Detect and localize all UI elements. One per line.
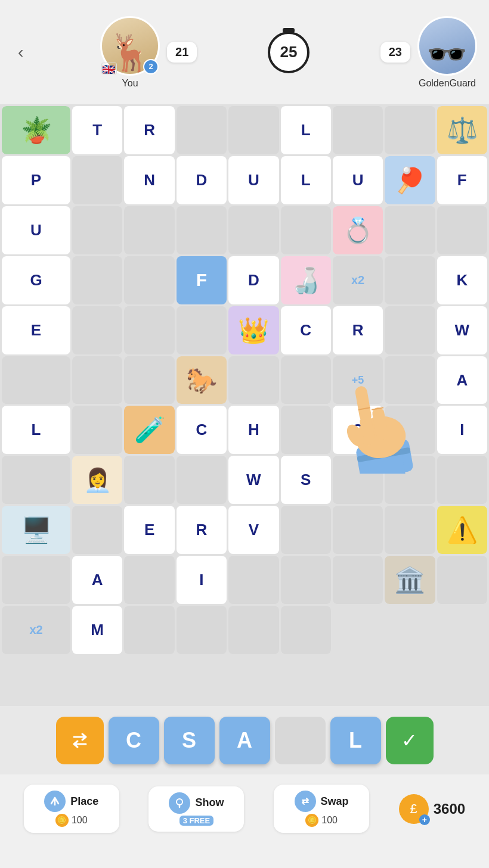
cell-3-8[interactable]: [281, 206, 331, 254]
clue-image-9: 👩‍💼: [72, 456, 122, 504]
cell-12-8[interactable]: [281, 606, 331, 654]
cell-10-2[interactable]: [72, 506, 122, 554]
cell-6-5[interactable]: W: [437, 306, 487, 354]
cell-9-7[interactable]: [385, 456, 435, 504]
cell-5-7[interactable]: [124, 306, 174, 354]
cell-3-7[interactable]: [228, 206, 278, 254]
cell-7-2[interactable]: [228, 356, 278, 405]
tray-slot-empty[interactable]: [275, 717, 326, 764]
cell-5-3[interactable]: [385, 256, 435, 304]
cell-8-5[interactable]: O: [333, 406, 383, 454]
cell-1-5[interactable]: [228, 106, 278, 154]
confirm-button[interactable]: ✓: [386, 717, 434, 764]
cell-4-4[interactable]: G: [2, 256, 70, 304]
cell-11-5[interactable]: I: [177, 556, 227, 604]
cell-8-8[interactable]: [2, 456, 70, 504]
cell-1-6[interactable]: L: [281, 106, 331, 154]
cell-2-4[interactable]: N: [124, 156, 174, 204]
avatar-you: 🦌 🇬🇧 2: [100, 16, 160, 76]
cell-12-2[interactable]: [437, 556, 487, 604]
cell-4-3[interactable]: [437, 206, 487, 254]
cell-11-7[interactable]: [281, 556, 331, 604]
cell-10-5[interactable]: V: [228, 506, 278, 554]
cell-3-3[interactable]: U: [2, 206, 70, 254]
cell-10-6[interactable]: [281, 506, 331, 554]
cell-2-6[interactable]: U: [228, 156, 278, 204]
cell-5-8[interactable]: [177, 306, 227, 354]
cell-7-6[interactable]: A: [437, 356, 487, 405]
cell-8-3[interactable]: H: [228, 406, 278, 454]
cell-3-4[interactable]: [72, 206, 122, 254]
cell-8-6[interactable]: [385, 406, 435, 454]
add-coins-button[interactable]: +: [419, 814, 430, 825]
cell-7-5[interactable]: [385, 356, 435, 405]
cell-9-5[interactable]: S: [281, 456, 331, 504]
cell-6-8[interactable]: [124, 356, 174, 405]
cell-8-7[interactable]: I: [437, 406, 487, 454]
cell-9-2[interactable]: [124, 456, 174, 504]
cell-4-5[interactable]: [72, 256, 122, 304]
cell-7-3[interactable]: [281, 356, 331, 405]
coin-total-icon[interactable]: £ +: [399, 794, 429, 824]
swap-button[interactable]: Swap 🪙 100: [274, 785, 369, 833]
score-opponent: 23: [380, 42, 410, 63]
cell-9-8[interactable]: [437, 456, 487, 504]
cell-1-7[interactable]: [333, 106, 383, 154]
cell-10-4[interactable]: R: [177, 506, 227, 554]
tray-letter-s[interactable]: S: [164, 717, 215, 764]
cell-10-7[interactable]: [333, 506, 383, 554]
cell-6-3[interactable]: R: [333, 306, 383, 354]
cell-3-2[interactable]: F: [437, 156, 487, 204]
cell-11-8[interactable]: [333, 556, 383, 604]
tray-letter-c[interactable]: C: [109, 717, 159, 764]
cell-7-8[interactable]: [72, 406, 122, 454]
show-free-badge: 3 FREE: [179, 816, 214, 826]
cell-3-5[interactable]: [124, 206, 174, 254]
cell-1-8[interactable]: [385, 106, 435, 154]
back-button[interactable]: ‹: [12, 40, 29, 65]
cell-8-2[interactable]: C: [177, 406, 227, 454]
cell-1-2[interactable]: T: [72, 106, 122, 154]
cell-9-6[interactable]: [333, 456, 383, 504]
cell-10-3[interactable]: E: [124, 506, 174, 554]
cell-6-4[interactable]: [385, 306, 435, 354]
cell-12-7[interactable]: [228, 606, 278, 654]
cell-6-6[interactable]: [2, 356, 70, 405]
cell-4-6[interactable]: [124, 256, 174, 304]
cell-3-6[interactable]: [177, 206, 227, 254]
cell-2-8[interactable]: U: [333, 156, 383, 204]
swap-tray-button[interactable]: [56, 717, 104, 764]
cell-1-4[interactable]: [177, 106, 227, 154]
cell-2-2[interactable]: P: [2, 156, 70, 204]
cell-11-6[interactable]: [228, 556, 278, 604]
cell-2-5[interactable]: D: [177, 156, 227, 204]
cell-12-5[interactable]: [124, 606, 174, 654]
cell-11-4[interactable]: [124, 556, 174, 604]
cell-6-7[interactable]: [72, 356, 122, 405]
cell-11-2[interactable]: [2, 556, 70, 604]
cell-8-4[interactable]: [281, 406, 331, 454]
cell-4-8[interactable]: D: [228, 256, 278, 304]
cell-7-7[interactable]: L: [2, 406, 70, 454]
cell-2-7[interactable]: L: [281, 156, 331, 204]
tray-letter-l[interactable]: L: [330, 717, 381, 764]
cell-12-4[interactable]: M: [72, 606, 122, 654]
tray-letter-a[interactable]: A: [219, 717, 270, 764]
show-button[interactable]: Show 3 FREE: [148, 786, 244, 832]
cell-12-6[interactable]: [177, 606, 227, 654]
cell-5-4[interactable]: K: [437, 256, 487, 304]
cell-5-5[interactable]: E: [2, 306, 70, 354]
cell-11-3[interactable]: A: [72, 556, 122, 604]
cell-4-2[interactable]: [385, 206, 435, 254]
place-button[interactable]: Place 🪙 100: [24, 785, 119, 833]
coin-total: £ + 3600: [399, 794, 465, 824]
cell-4-7-blue[interactable]: F: [177, 256, 227, 304]
badge-level: 2: [143, 59, 159, 74]
cell-9-4[interactable]: W: [228, 456, 278, 504]
cell-9-3[interactable]: [177, 456, 227, 504]
cell-1-3[interactable]: R: [124, 106, 174, 154]
cell-10-8[interactable]: [385, 506, 435, 554]
cell-2-3[interactable]: [72, 156, 122, 204]
cell-5-6[interactable]: [72, 306, 122, 354]
cell-6-2[interactable]: C: [281, 306, 331, 354]
